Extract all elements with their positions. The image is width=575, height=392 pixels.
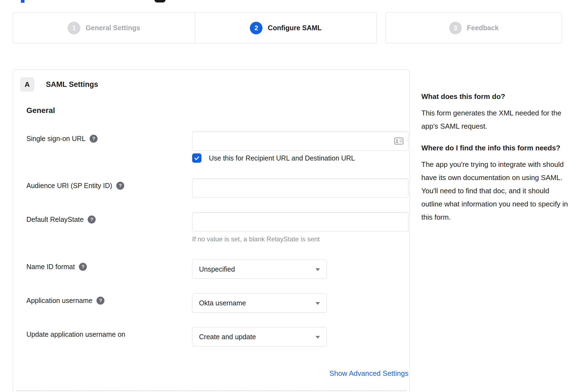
sidebar-body-what: This form generates the XML needed for t… (421, 106, 572, 133)
card-title: SAML Settings (46, 80, 98, 89)
sidebar-heading-what: What does this form do? (421, 90, 572, 103)
update-app-username-select[interactable]: Create and update (192, 327, 327, 346)
contact-card-icon (394, 137, 403, 145)
step-general-settings[interactable]: 1 General Settings (13, 13, 195, 43)
default-relaystate-help-icon[interactable]: ? (88, 216, 96, 223)
card-header: A SAML Settings (20, 77, 98, 92)
wizard-stepper-feedback: 3 Feedback (386, 12, 562, 43)
step-1-label: General Settings (85, 24, 140, 32)
cut-off-blue-fragment (21, 0, 24, 3)
recipient-destination-checkbox[interactable] (192, 153, 201, 163)
chevron-down-icon (316, 268, 320, 271)
application-username-help-icon[interactable]: ? (96, 297, 104, 305)
audience-uri-help-icon[interactable]: ? (116, 182, 124, 190)
chevron-down-icon (316, 302, 320, 305)
general-section-heading: General (26, 106, 55, 115)
step-feedback[interactable]: 3 Feedback (386, 13, 562, 43)
section-a-badge: A (20, 77, 34, 92)
update-app-username-label: Update application username on (26, 330, 125, 338)
default-relaystate-input[interactable] (192, 212, 408, 231)
recipient-destination-checkbox-label: Use this for Recipient URL and Destinati… (209, 154, 355, 162)
application-username-select[interactable]: Okta username (192, 293, 327, 313)
page: 1 General Settings 2 Configure SAML 3 Fe… (0, 0, 575, 392)
checkmark-icon (194, 155, 200, 161)
dashed-divider (16, 390, 407, 391)
chevron-down-icon (316, 336, 320, 339)
step-2-label: Configure SAML (268, 24, 322, 32)
audience-uri-input[interactable] (192, 178, 408, 198)
help-sidebar: What does this form do? This form genera… (421, 90, 572, 233)
step-1-circle: 1 (68, 22, 80, 34)
step-3-label: Feedback (467, 24, 499, 32)
saml-settings-card: A SAML Settings General Single sign-on U… (13, 70, 410, 392)
step-configure-saml[interactable]: 2 Configure SAML (195, 13, 377, 43)
show-advanced-settings-link[interactable]: Show Advanced Settings (192, 369, 408, 378)
default-relaystate-label: Default RelayState (26, 216, 84, 223)
application-username-value: Okta username (199, 299, 246, 307)
sidebar-heading-where: Where do I find the info this form needs… (421, 142, 572, 154)
audience-uri-label: Audience URI (SP Entity ID) (26, 182, 112, 190)
sso-url-label: Single sign-on URL (26, 135, 85, 143)
cut-off-logo-fragment (154, 0, 165, 2)
sso-url-input[interactable] (192, 131, 408, 151)
name-id-format-help-icon[interactable]: ? (79, 263, 87, 271)
name-id-format-value: Unspecified (199, 265, 235, 273)
name-id-format-label: Name ID format (26, 263, 75, 271)
wizard-stepper: 1 General Settings 2 Configure SAML (13, 12, 377, 43)
update-app-username-value: Create and update (199, 333, 256, 341)
application-username-label: Application username (26, 297, 92, 305)
sidebar-body-where: The app you're trying to integrate with … (421, 158, 572, 224)
sso-url-help-icon[interactable]: ? (90, 135, 98, 143)
relaystate-hint: If no value is set, a blank RelayState i… (192, 235, 320, 243)
step-3-circle: 3 (449, 22, 462, 34)
name-id-format-select[interactable]: Unspecified (192, 260, 327, 279)
step-2-circle: 2 (250, 22, 262, 34)
